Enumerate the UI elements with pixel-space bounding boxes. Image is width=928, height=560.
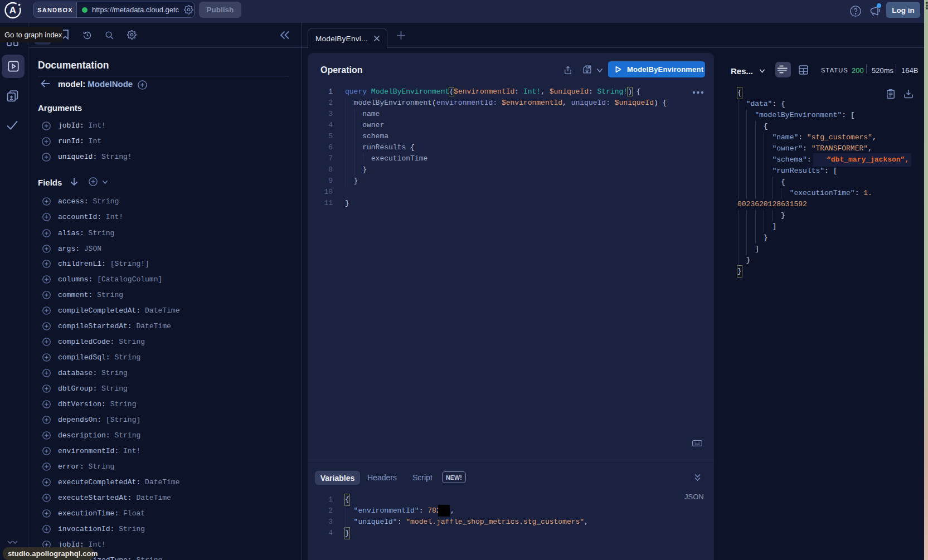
- svg-text:A: A: [9, 5, 16, 16]
